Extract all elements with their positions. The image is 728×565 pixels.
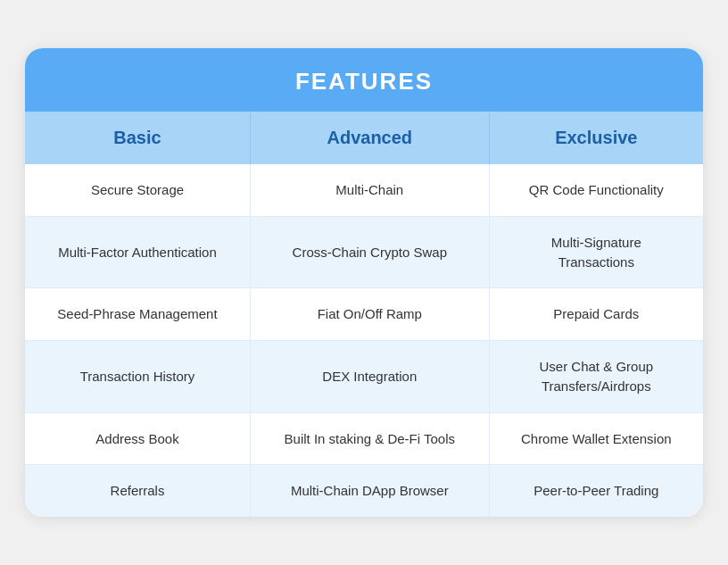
table-row: ReferralsMulti-Chain DApp BrowserPeer-to… — [25, 465, 703, 517]
cell-exclusive-3: User Chat & GroupTransfers/Airdrops — [489, 341, 703, 413]
col-header-basic: Basic — [25, 112, 250, 164]
cell-advanced-3: DEX Integration — [250, 341, 489, 413]
cell-exclusive-1: Multi-SignatureTransactions — [489, 216, 703, 288]
cell-exclusive-4: Chrome Wallet Extension — [489, 412, 703, 465]
cell-advanced-4: Built In staking & De-Fi Tools — [250, 412, 489, 465]
table-row: Secure StorageMulti-ChainQR Code Functio… — [25, 164, 703, 216]
features-title: FEATURES — [295, 68, 433, 95]
column-header-row: Basic Advanced Exclusive — [25, 112, 703, 164]
cell-exclusive-5: Peer-to-Peer Trading — [489, 465, 703, 517]
table-row: Address BookBuilt In staking & De-Fi Too… — [25, 412, 703, 465]
cell-advanced-0: Multi-Chain — [250, 164, 489, 216]
cell-basic-0: Secure Storage — [25, 164, 250, 216]
cell-basic-3: Transaction History — [25, 341, 250, 413]
table-row: Seed-Phrase ManagementFiat On/Off RampPr… — [25, 288, 703, 341]
features-card: FEATURES Basic Advanced Exclusive Secure… — [25, 48, 703, 517]
features-table: Basic Advanced Exclusive Secure StorageM… — [25, 112, 703, 517]
cell-basic-2: Seed-Phrase Management — [25, 288, 250, 341]
cell-advanced-5: Multi-Chain DApp Browser — [250, 465, 489, 517]
cell-basic-1: Multi-Factor Authentication — [25, 216, 250, 288]
table-row: Transaction HistoryDEX IntegrationUser C… — [25, 341, 703, 413]
card-header: FEATURES — [25, 48, 703, 112]
table-row: Multi-Factor AuthenticationCross-Chain C… — [25, 216, 703, 288]
col-header-exclusive: Exclusive — [489, 112, 703, 164]
cell-advanced-2: Fiat On/Off Ramp — [250, 288, 489, 341]
cell-basic-4: Address Book — [25, 412, 250, 465]
table-container: Basic Advanced Exclusive Secure StorageM… — [25, 112, 703, 517]
cell-exclusive-2: Prepaid Cards — [489, 288, 703, 341]
cell-exclusive-0: QR Code Functionality — [489, 164, 703, 216]
cell-advanced-1: Cross-Chain Crypto Swap — [250, 216, 489, 288]
cell-basic-5: Referrals — [25, 465, 250, 517]
col-header-advanced: Advanced — [250, 112, 489, 164]
